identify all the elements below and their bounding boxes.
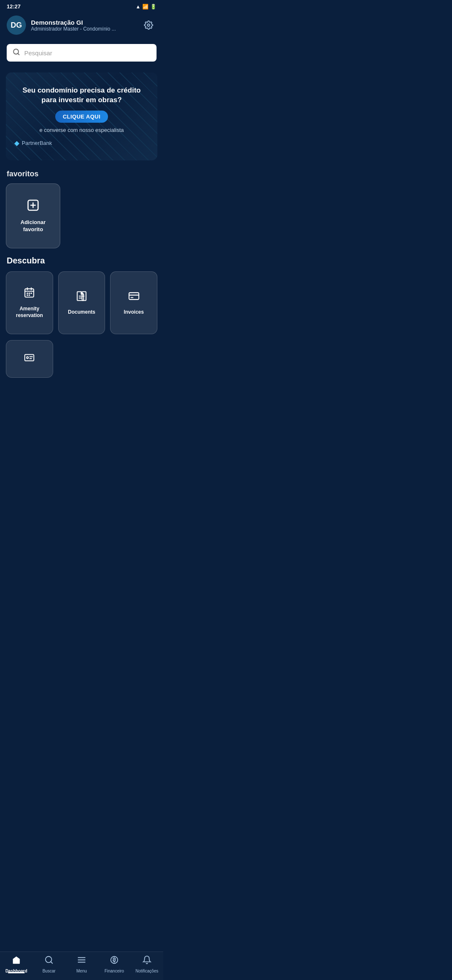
amenity-label: Amenityreservation bbox=[13, 306, 46, 319]
add-favorite-label: Adicionarfavorito bbox=[21, 219, 46, 233]
svg-line-2 bbox=[18, 53, 19, 54]
search-bar[interactable] bbox=[7, 44, 157, 62]
descubra-title: Descubra bbox=[0, 256, 163, 271]
header: DG Demonstração GI Administrador Master … bbox=[0, 11, 163, 41]
wifi-icon: 📶 bbox=[142, 4, 149, 10]
header-text: Demonstração GI Administrador Master - C… bbox=[31, 19, 136, 32]
favorites-section-label: favoritos bbox=[0, 168, 163, 183]
user-name: Demonstração GI bbox=[31, 19, 136, 26]
settings-button[interactable] bbox=[141, 17, 157, 33]
id-icon bbox=[24, 352, 35, 366]
documents-label: Documents bbox=[64, 309, 98, 316]
status-bar: 12:27 ▲ 📶 🔋 bbox=[0, 0, 163, 11]
discover-grid-bottom bbox=[0, 340, 163, 411]
banner-logo: ◆ PartnerBank bbox=[14, 139, 149, 147]
svg-rect-21 bbox=[25, 354, 34, 361]
favorites-row: Adicionarfavorito bbox=[0, 183, 163, 256]
add-favorite-card[interactable]: Adicionarfavorito bbox=[6, 183, 60, 248]
partner-logo-icon: ◆ bbox=[14, 139, 19, 147]
discover-card-amenity[interactable]: Amenityreservation bbox=[6, 271, 53, 334]
amenity-icon bbox=[23, 287, 35, 302]
user-role: Administrador Master - Condomínio ... bbox=[31, 26, 136, 32]
discover-grid: Amenityreservation Documents Invoices bbox=[0, 271, 163, 340]
svg-point-22 bbox=[27, 356, 28, 358]
banner[interactable]: Seu condomínio precisa de créditopara in… bbox=[6, 72, 157, 160]
status-icons: ▲ 📶 🔋 bbox=[136, 4, 157, 10]
invoices-icon bbox=[128, 290, 140, 305]
discover-card-invoices[interactable]: Invoices bbox=[110, 271, 157, 334]
status-time: 12:27 bbox=[7, 3, 21, 10]
banner-section: Seu condomínio precisa de créditopara in… bbox=[0, 68, 163, 168]
search-icon bbox=[13, 48, 20, 57]
invoices-label: Invoices bbox=[121, 309, 147, 316]
svg-rect-18 bbox=[129, 293, 139, 299]
signal-icon: ▲ bbox=[136, 4, 141, 10]
avatar: DG bbox=[7, 15, 26, 35]
search-container bbox=[0, 41, 163, 68]
banner-cta-text: e converse com nosso especialista bbox=[39, 127, 124, 133]
svg-point-0 bbox=[147, 24, 150, 26]
banner-cta-row: CLIQUE AQUI e converse com nosso especia… bbox=[14, 111, 149, 133]
banner-title: Seu condomínio precisa de créditopara in… bbox=[14, 86, 149, 104]
banner-cta-button[interactable]: CLIQUE AQUI bbox=[55, 111, 108, 123]
battery-icon: 🔋 bbox=[150, 4, 157, 10]
documents-icon bbox=[76, 290, 87, 305]
partner-logo-name: PartnerBank bbox=[22, 140, 52, 146]
search-input[interactable] bbox=[24, 49, 151, 57]
add-favorite-icon bbox=[26, 199, 40, 215]
discover-card-id[interactable] bbox=[6, 340, 53, 378]
discover-card-documents[interactable]: Documents bbox=[58, 271, 105, 334]
